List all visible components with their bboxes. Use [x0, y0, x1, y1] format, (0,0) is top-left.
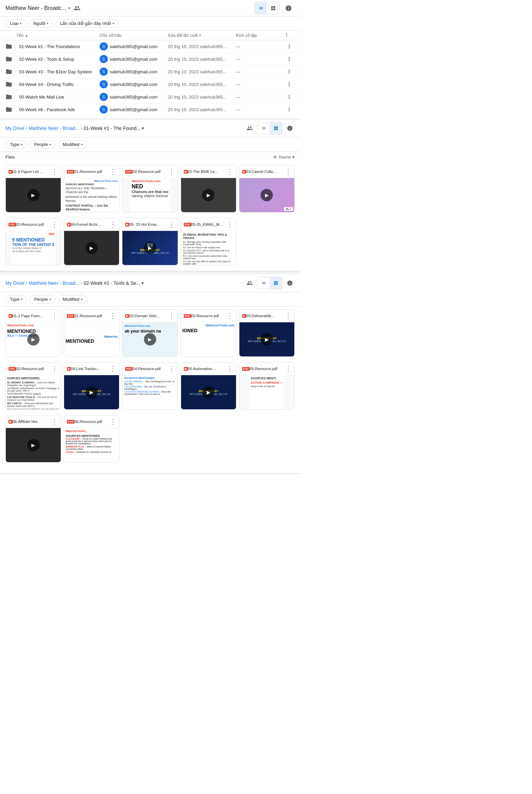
grid-item-03-deliver[interactable]: ▶ 03-Deliverabilit... ⋮ BROADCAST GET LE… [239, 309, 295, 357]
filter-modified-btn-3[interactable]: Modified ▾ [58, 295, 87, 304]
play-button[interactable]: ▶ [144, 242, 156, 254]
grid-view-btn-2[interactable] [270, 122, 282, 134]
play-button[interactable]: ▶ [261, 189, 273, 201]
grid-item-more-btn[interactable]: ⋮ [285, 365, 292, 373]
row-owner: S salehub365@gmail.com [100, 93, 168, 101]
bc-week1[interactable]: 01-Week #1 - The Found... ▾ [84, 126, 144, 131]
table-row[interactable]: 01-Week #1 - The Foundations S salehub36… [0, 40, 300, 53]
filter-people-btn-3[interactable]: People ▾ [30, 295, 55, 304]
grid-item-more-btn[interactable]: ⋮ [51, 365, 58, 373]
play-button[interactable]: ▶ [27, 333, 40, 345]
filter-modified-btn[interactable]: Lần sửa đổi gần đây nhất ▾ [56, 19, 119, 28]
list-view-btn[interactable] [255, 2, 267, 14]
grid-item-01-6figure[interactable]: ▶ 01-6 Figure List ... ⋮ ▶ [5, 165, 61, 212]
grid-item-more-btn[interactable]: ⋮ [109, 220, 116, 229]
grid-item-more-btn[interactable]: ⋮ [109, 312, 116, 320]
play-button[interactable]: ▶ [144, 333, 156, 345]
play-button[interactable]: ▶ [27, 189, 40, 201]
filter-type-btn[interactable]: Loại ▾ [5, 19, 26, 28]
title-dropdown-arrow[interactable]: ▾ [68, 6, 70, 11]
grid-item-more-btn[interactable]: ⋮ [51, 417, 58, 426]
play-button[interactable]: ▶ [27, 439, 40, 451]
row-more-btn[interactable] [284, 94, 295, 100]
grid-item-02-50k[interactable]: ▶ 02-The $50K Le... ⋮ ▶ [181, 165, 236, 212]
grid-item-02-domain[interactable]: ▶ 02-Domain Sele... ⋮ iMwarriorTools.com… [122, 309, 178, 357]
grid-item-02-resource[interactable]: PDF 02-Resource.pdf ⋮ iMwarriorTools.com… [122, 165, 178, 212]
grid-view-btn-3[interactable] [270, 277, 282, 289]
play-button[interactable]: ▶ [86, 386, 98, 398]
row-more-btn[interactable] [284, 43, 295, 49]
grid-item-05-auto[interactable]: ▶ 05-Automation ... ⋮ BROADCAST GET LEAD… [181, 362, 236, 410]
col-modified[interactable]: Sửa đối lần cuối ▾ [168, 33, 236, 38]
bc-mydrive[interactable]: My Drive [5, 126, 24, 131]
row-more-btn[interactable] [284, 69, 295, 75]
grid-item-06-affiliate[interactable]: ▶ 06-Affiliate Net... ⋮ ▶ [5, 415, 61, 462]
grid-item-more-btn[interactable]: ⋮ [168, 220, 175, 229]
bc-course[interactable]: Matthew Neer - Broad... [29, 126, 79, 131]
grid-item-w2-03-resource[interactable]: PDF 03-Resource.pdf ⋮ OURCES MENTIONED M… [5, 362, 61, 410]
grid-item-more-btn[interactable]: ⋮ [109, 365, 116, 373]
filter-type-btn-2[interactable]: Type ▾ [5, 140, 27, 149]
filter-people-btn[interactable]: Người ▾ [29, 19, 53, 28]
table-row[interactable]: 05-Watch Me Mail Live S salehub365@gmail… [0, 91, 300, 103]
row-more-btn[interactable] [284, 56, 295, 62]
view-toggle-2[interactable] [257, 122, 282, 134]
view-toggle[interactable] [254, 2, 280, 14]
grid-item-more-btn[interactable]: ⋮ [168, 312, 175, 320]
grid-item-more-btn[interactable]: ⋮ [285, 167, 292, 176]
grid-item-more-btn[interactable]: ⋮ [109, 167, 116, 176]
grid-item-w2-06-resource[interactable]: PDF 06-Resource.pdf ⋮ iWarriorTools... S… [64, 415, 119, 462]
bc-week2-dropdown[interactable]: ▾ [142, 281, 144, 285]
grid-item-04-funnel[interactable]: ▶ 04-Funnel Archi... ⋮ ▶ [64, 218, 119, 265]
filter-modified-btn-2[interactable]: Modified ▾ [58, 140, 87, 149]
grid-item-01-resource[interactable]: PDF 01-Resource.pdf ⋮ iWarriorTools.com … [64, 165, 119, 212]
grid-item-04-linktrack[interactable]: ▶ 04-Link Trackin... ⋮ BROADCAST GET LEA… [64, 362, 119, 410]
grid-item-more-btn[interactable]: ⋮ [168, 167, 175, 176]
grid-item-more-btn[interactable]: ⋮ [51, 312, 58, 320]
grid-item-w2-04-resource[interactable]: PDF 04-Resource.pdf ⋮ SOURCES MENTIONED … [122, 362, 178, 410]
table-row[interactable]: 03-Week #3 - The $1kor Day System S sale… [0, 65, 300, 78]
grid-item-05-hotemail[interactable]: ▶ 05- 25 Hot Emai... ⋮ 📧 BROADCAST GET L… [122, 218, 178, 265]
table-row[interactable]: 04-Week #4 - Driving Traffic S salehub36… [0, 78, 300, 91]
info-icon-3[interactable] [285, 278, 295, 288]
filter-people-btn-2[interactable]: People ▾ [30, 140, 55, 149]
grid-item-more-btn[interactable]: ⋮ [51, 167, 58, 176]
share-people-icon-2[interactable] [245, 278, 254, 288]
grid-item-03-cancel[interactable]: ▶ 03-Cancel Cultu... ⋮ ▶ GL ≡ [239, 165, 295, 212]
grid-item-more-btn[interactable]: ⋮ [226, 312, 233, 320]
grid-item-more-btn[interactable]: ⋮ [168, 365, 175, 373]
grid-view-btn[interactable] [267, 2, 279, 14]
grid-item-more-btn[interactable]: ⋮ [226, 220, 233, 229]
list-view-btn-3[interactable] [257, 277, 270, 289]
row-more-btn[interactable] [284, 106, 295, 113]
info-icon-2[interactable] [285, 123, 295, 133]
grid-item-more-btn[interactable]: ⋮ [51, 220, 58, 229]
grid-item-05-25email-pdf[interactable]: PDF 05-25_EMAIL_M... ⋮ 25 EMAIL MARKETIN… [181, 218, 236, 265]
grid-item-more-btn[interactable]: ⋮ [285, 312, 292, 320]
bc-week2[interactable]: 02-Week #2 - Tools & Se... ▾ [84, 280, 144, 286]
play-button[interactable]: ▶ [202, 386, 215, 398]
bc-week1-dropdown[interactable]: ▾ [142, 126, 144, 131]
filter-type-btn-3[interactable]: Type ▾ [5, 295, 27, 304]
grid-item-01-2page[interactable]: ▶ 01-2 Page Funn... ⋮ iWarriorTools.com … [5, 309, 61, 357]
grid-item-more-btn[interactable]: ⋮ [109, 417, 116, 426]
grid-item-more-btn[interactable]: ⋮ [226, 167, 233, 176]
grid-item-w2-05-resource[interactable]: PDF 05-Resource.pdf ⋮ SOURCES MENTI ACTI… [239, 362, 295, 410]
col-name[interactable]: Tên ▲ [16, 33, 100, 38]
grid-item-more-btn[interactable]: ⋮ [226, 365, 233, 373]
play-button[interactable]: ▶ [202, 189, 215, 201]
list-view-btn-2[interactable] [257, 122, 270, 134]
table-row[interactable]: 02-Week #2 - Tools & Setup S salehub365@… [0, 53, 300, 65]
view-toggle-3[interactable] [257, 277, 282, 289]
grid-item-w2-01-resource[interactable]: PDF 01-Resource.pdf ⋮ iMwarrior MENTIONE… [64, 309, 119, 357]
bc-mydrive-2[interactable]: My Drive [5, 280, 24, 286]
grid-item-w2-02-resource[interactable]: PDF 02-Resource.pdf ⋮ iMwarriorTools.com… [181, 309, 236, 357]
table-row[interactable]: 06-Week #6 - Facebook Ads S salehub365@g… [0, 103, 300, 116]
bc-course-2[interactable]: Matthew Neer - Broad... [29, 280, 79, 286]
play-button[interactable]: ▶ [86, 242, 98, 254]
info-btn[interactable] [282, 2, 295, 14]
name-sort-btn[interactable]: Name ▾ [273, 155, 295, 160]
row-more-btn[interactable] [284, 81, 295, 87]
share-people-icon[interactable] [245, 123, 254, 133]
grid-item-03-resource[interactable]: PDF 03-Resource.pdf ⋮ iMw 5 MENTIONED TI… [5, 218, 61, 265]
